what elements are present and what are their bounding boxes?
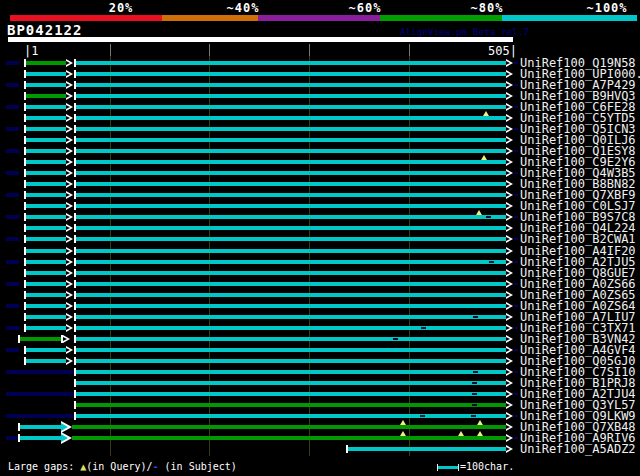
- scale-segment-identity-40-60: [258, 15, 380, 21]
- arrowhead-inner: [66, 315, 70, 319]
- faint-row-mark: [6, 127, 19, 131]
- arrowhead-inner: [66, 61, 70, 65]
- ruler-tick: [409, 44, 410, 56]
- faint-row-mark: [6, 171, 19, 175]
- faint-row-mark: [6, 392, 74, 396]
- gap-in-query-triangle-icon: [477, 431, 483, 436]
- alignment-bar: [26, 94, 66, 98]
- ruler-tick: [209, 44, 210, 56]
- faint-row-mark: [6, 348, 19, 352]
- alignment-bar: [26, 182, 66, 186]
- arrowhead-inner: [66, 249, 70, 253]
- arrowhead-inner: [506, 249, 510, 253]
- arrowhead-inner: [506, 105, 510, 109]
- arrowhead-inner: [66, 160, 70, 164]
- ruler-start-label: |1: [24, 44, 38, 58]
- arrowhead-inner: [66, 237, 70, 241]
- arrowhead-inner: [66, 359, 70, 363]
- alignment-bar: [20, 337, 61, 341]
- alignment-bar: [26, 237, 66, 241]
- gap-in-query-triangle-icon: [483, 111, 489, 116]
- faint-label-mark: [514, 128, 518, 130]
- arrowhead-inner: [66, 193, 70, 197]
- faint-row-mark: [6, 260, 19, 264]
- alignment-bar: [26, 271, 66, 275]
- faint-row-mark: [6, 370, 74, 374]
- alignment-bar: [76, 182, 506, 186]
- arrowhead-inner: [506, 436, 510, 440]
- arrowhead-inner: [506, 326, 510, 330]
- arrowhead-inner: [506, 392, 510, 396]
- alignment-bar: [26, 293, 66, 297]
- gap-in-query-triangle-icon: [476, 210, 482, 215]
- arrowhead-inner: [506, 337, 510, 341]
- scalebar-label: =100char.: [460, 461, 514, 472]
- arrowhead-inner: [66, 182, 70, 186]
- scale-label: 20%: [109, 1, 134, 15]
- arrowhead-inner: [506, 171, 510, 175]
- arrowhead-inner: [506, 414, 510, 418]
- gap-in-subject-dash-icon: [473, 316, 478, 318]
- gap-in-subject-dash-icon: [420, 415, 425, 417]
- gap-in-query-triangle-icon: [458, 431, 464, 436]
- alignment-bar: [76, 160, 506, 164]
- alignment-bar: [348, 447, 506, 451]
- arrowhead-inner: [66, 348, 70, 352]
- gap-in-subject-dash-icon: [471, 415, 476, 417]
- query-bar: [8, 37, 513, 42]
- alignment-bar: [72, 425, 506, 429]
- arrowhead-inner: [66, 116, 70, 120]
- alignment-bar: [76, 381, 506, 385]
- alignment-bar: [26, 61, 66, 65]
- alignment-bar: [76, 237, 506, 241]
- hit-label[interactable]: UniRef100_A5ADZ2: [520, 443, 636, 455]
- arrowhead-inner: [506, 138, 510, 142]
- arrowhead-inner: [506, 226, 510, 230]
- alignment-bar: [76, 282, 506, 286]
- app-watermark: AlignView.pm Beta rel.7: [400, 27, 529, 37]
- alignment-bar: [76, 226, 506, 230]
- gap-in-subject-dash-icon: [472, 404, 477, 406]
- alignment-bar: [26, 226, 66, 230]
- alignment-bar: [76, 171, 506, 175]
- arrowhead-inner: [66, 204, 70, 208]
- alignment-bar: [26, 171, 66, 175]
- gap-in-subject-dash-icon: [486, 216, 491, 218]
- alignment-bar: [76, 348, 506, 352]
- arrowhead-inner: [506, 447, 510, 451]
- alignment-bar: [76, 149, 506, 153]
- arrowhead-inner: [61, 423, 68, 431]
- arrowhead-inner: [506, 160, 510, 164]
- gap-in-query-triangle-icon: [477, 420, 483, 425]
- alignment-bar: [26, 304, 66, 308]
- gap-in-subject-dash-icon: [489, 261, 494, 263]
- arrowhead-inner: [66, 149, 70, 153]
- alignment-bar: [26, 215, 66, 219]
- alignment-bar: [76, 293, 506, 297]
- alignment-bar: [76, 304, 506, 308]
- arrowhead-inner: [506, 149, 510, 153]
- arrowhead-inner: [506, 204, 510, 208]
- scale-label: ~40%: [227, 1, 260, 15]
- alignment-bar: [20, 425, 61, 429]
- alignment-bar: [76, 337, 506, 341]
- arrowhead-inner: [66, 226, 70, 230]
- alignment-bar: [26, 83, 66, 87]
- arrowhead-inner: [66, 326, 70, 330]
- arrowhead-inner: [506, 359, 510, 363]
- gap-in-query-triangle-icon: [481, 155, 487, 160]
- faint-label-mark: [514, 437, 518, 439]
- faint-label-mark: [514, 216, 518, 218]
- alignment-bar: [76, 249, 506, 253]
- faint-row-mark: [6, 215, 19, 219]
- faint-label-mark: [514, 283, 518, 285]
- faint-row-mark: [6, 193, 19, 197]
- faint-label-mark: [514, 305, 518, 307]
- faint-label-mark: [514, 106, 518, 108]
- arrowhead-inner: [506, 282, 510, 286]
- faint-label-mark: [514, 415, 518, 417]
- gap-in-subject-dash-icon: [393, 338, 398, 340]
- arrowhead-inner: [66, 293, 70, 297]
- alignment-bar: [76, 359, 506, 363]
- scale-segment-identity-0-20: [10, 15, 162, 21]
